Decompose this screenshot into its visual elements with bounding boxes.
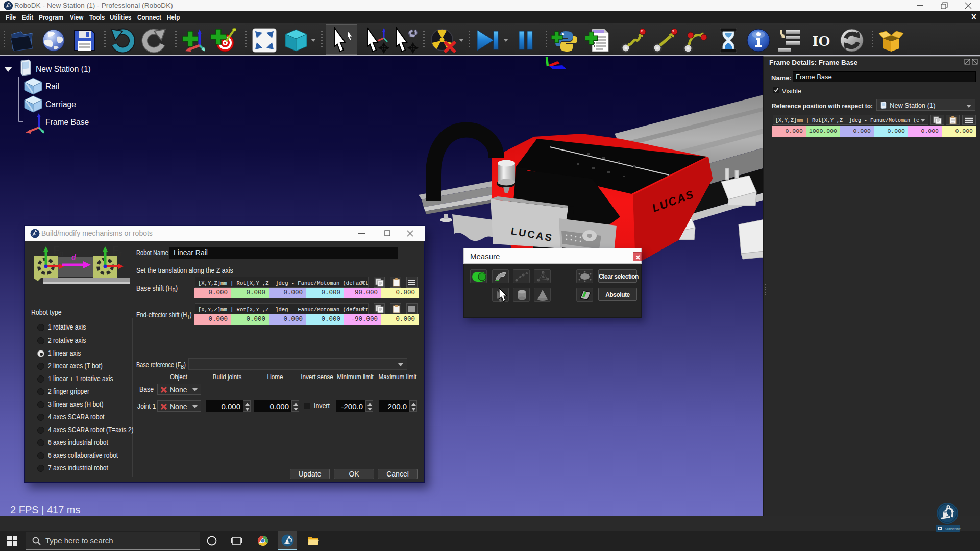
svg-text:IO: IO — [812, 32, 830, 49]
svg-text:B: B — [59, 251, 64, 258]
svg-text:d: d — [71, 253, 76, 261]
svg-text:T: T — [118, 251, 122, 258]
svg-text:Subscribe: Subscribe — [945, 527, 961, 531]
